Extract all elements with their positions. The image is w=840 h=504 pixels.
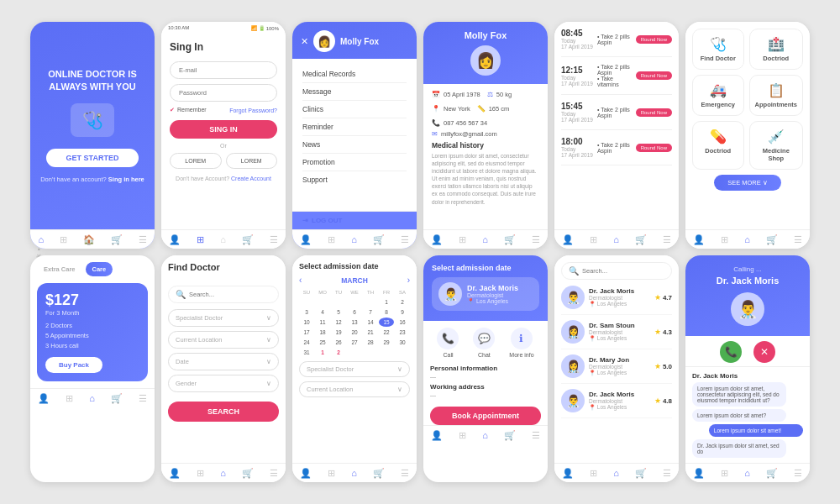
nav-person4-icon[interactable]: 👤 xyxy=(431,234,443,245)
nav-p5-2[interactable]: ⊞ xyxy=(590,234,597,245)
lorem2-button[interactable]: LOREM xyxy=(226,153,278,169)
round-now-1[interactable]: Round Now xyxy=(636,35,672,44)
cal-location-filter[interactable]: Current Location ∨ xyxy=(299,381,410,397)
round-now-2[interactable]: Round Now xyxy=(636,71,672,80)
nav-grid4-icon[interactable]: ⊞ xyxy=(459,234,466,245)
cal-day-30[interactable]: 30 xyxy=(395,338,410,347)
forgot-link[interactable]: Forgot Password? xyxy=(229,108,277,113)
nav-p12-4[interactable]: 🛒 xyxy=(766,468,778,479)
nav-p11-4[interactable]: 🛒 xyxy=(635,468,647,479)
nav-home4-icon[interactable]: ⌂ xyxy=(482,234,488,245)
nav-p8-4[interactable]: 🛒 xyxy=(242,468,254,479)
cal-day-13[interactable]: 13 xyxy=(347,318,362,327)
cal-day-10[interactable]: 10 xyxy=(299,318,314,327)
cal-day-15[interactable]: 15 xyxy=(379,318,394,327)
tab-extra-care[interactable]: Extra Care xyxy=(37,262,82,276)
cal-day-18[interactable]: 18 xyxy=(315,328,330,337)
nav-p9-3[interactable]: ⌂ xyxy=(351,468,357,479)
cal-day-26[interactable]: 26 xyxy=(331,338,346,347)
nav-home2-icon[interactable]: ⌂ xyxy=(220,234,226,245)
chat-action[interactable]: 💬 Chat xyxy=(473,328,495,358)
nav-p12-2[interactable]: ⊞ xyxy=(721,468,728,479)
nav-p8-3[interactable]: ⌂ xyxy=(220,468,226,479)
nav-p11-1[interactable]: 👤 xyxy=(562,468,574,479)
cal-day-24[interactable]: 24 xyxy=(299,338,314,347)
call-action[interactable]: 📞 Call xyxy=(437,328,459,358)
nav-p11-2[interactable]: ⊞ xyxy=(590,468,597,479)
specialist-doctor-filter[interactable]: Specialist Doctor ∨ xyxy=(168,309,279,327)
round-now-3[interactable]: Round Now xyxy=(636,108,672,117)
nav-p12-1[interactable]: 👤 xyxy=(693,468,705,479)
doctor-list-search-input[interactable] xyxy=(582,267,664,275)
cal-day-21[interactable]: 21 xyxy=(363,328,378,337)
nav-p8-1[interactable]: 👤 xyxy=(169,468,181,479)
email-input[interactable] xyxy=(170,61,277,79)
cal-day-2[interactable]: 2 xyxy=(395,297,410,307)
round-now-4[interactable]: Round Now xyxy=(636,144,672,152)
cal-day-31[interactable]: 31 xyxy=(299,348,314,357)
accept-call-button[interactable]: 📞 xyxy=(720,341,742,363)
nav-p6-4[interactable]: 🛒 xyxy=(766,234,778,245)
see-more-button[interactable]: SEE MORE ∨ xyxy=(714,175,781,191)
nav-p6-1[interactable]: 👤 xyxy=(693,234,705,245)
get-started-button[interactable]: GET STARTED xyxy=(46,149,139,167)
nav-p5-5[interactable]: ☰ xyxy=(663,234,671,245)
nav-menu-icon[interactable]: ☰ xyxy=(139,234,147,245)
nav-grid-icon[interactable]: ⊞ xyxy=(60,234,67,245)
nav-menu2-icon[interactable]: ☰ xyxy=(270,234,278,245)
nav-menu4-icon[interactable]: ☰ xyxy=(532,234,540,245)
signin-button[interactable]: SING IN xyxy=(170,120,277,139)
nav-cart4-icon[interactable]: 🛒 xyxy=(504,234,516,245)
dash-find-doctor[interactable]: 🩺 Find Doctor xyxy=(692,29,744,70)
nav-person3-icon[interactable]: 👤 xyxy=(300,234,312,245)
nav-p7-5[interactable]: ☰ xyxy=(139,393,147,404)
cal-day-16[interactable]: 16 xyxy=(395,318,410,327)
nav-p12-3[interactable]: ⌂ xyxy=(744,468,750,479)
nav-p9-5[interactable]: ☰ xyxy=(401,468,409,479)
nav-p9-1[interactable]: 👤 xyxy=(300,468,312,479)
sing-here-link[interactable]: Sing in here xyxy=(108,176,144,183)
nav-p7-4[interactable]: 🛒 xyxy=(111,393,123,404)
cal-day-22[interactable]: 22 xyxy=(379,328,394,337)
cal-day-5[interactable]: 5 xyxy=(331,307,346,317)
date-filter[interactable]: Date ∨ xyxy=(168,353,279,370)
nav-p5-3[interactable]: ⌂ xyxy=(613,234,619,245)
cal-next-icon[interactable]: › xyxy=(407,276,410,285)
menu-item-promotion[interactable]: Promotion xyxy=(302,154,407,171)
dash-medicine[interactable]: 💉 Medicine Shop xyxy=(749,121,803,170)
dash-emergency[interactable]: 🚑 Emergency xyxy=(692,75,744,116)
cal-day-next2[interactable]: 2 xyxy=(331,348,346,357)
nav-p10-1[interactable]: 👤 xyxy=(431,430,443,441)
cal-day-20[interactable]: 20 xyxy=(347,328,362,337)
nav-home-icon[interactable]: ⌂ xyxy=(38,234,44,245)
nav-p10-4[interactable]: 🛒 xyxy=(504,430,516,441)
doctor-list-item-2[interactable]: 👩‍⚕️ Dr. Sam Stoun Dermatologist 📍 Los A… xyxy=(561,320,672,349)
buy-pack-button[interactable]: Buy Pack xyxy=(45,357,102,373)
find-doctor-search-input[interactable] xyxy=(189,291,271,298)
more-info-action[interactable]: ℹ More info xyxy=(509,328,533,358)
nav-p7-3[interactable]: ⌂ xyxy=(89,393,95,404)
location-filter[interactable]: Current Location ∨ xyxy=(168,331,279,349)
nav-p10-3[interactable]: ⌂ xyxy=(482,430,488,441)
dash-doctriod[interactable]: 🏥 Doctriod xyxy=(749,29,803,70)
menu-item-reminder[interactable]: Reminder xyxy=(302,118,407,136)
password-input[interactable] xyxy=(170,84,277,102)
nav-p12-5[interactable]: ☰ xyxy=(794,468,802,479)
decline-call-button[interactable]: ✕ xyxy=(753,341,775,363)
cal-day-27[interactable]: 27 xyxy=(347,338,362,347)
cal-day-12[interactable]: 12 xyxy=(331,318,346,327)
nav-menu3-icon[interactable]: ☰ xyxy=(401,234,409,245)
cal-day-9[interactable]: 9 xyxy=(395,307,410,317)
nav-p9-4[interactable]: 🛒 xyxy=(373,468,385,479)
nav-p9-2[interactable]: ⊞ xyxy=(328,468,335,479)
cal-day-17[interactable]: 17 xyxy=(299,328,314,337)
nav-grid3-icon[interactable]: ⊞ xyxy=(328,234,335,245)
cal-day-25[interactable]: 25 xyxy=(315,338,330,347)
search-button[interactable]: SEARCH xyxy=(168,402,279,422)
menu-item-message[interactable]: Message xyxy=(302,83,407,101)
gender-filter[interactable]: Gender ∨ xyxy=(168,375,279,392)
tab-care[interactable]: Care xyxy=(86,262,113,276)
dash-appointments[interactable]: 📋 Appointments xyxy=(749,75,803,116)
nav-p7-1[interactable]: 👤 xyxy=(38,393,50,404)
nav-p10-2[interactable]: ⊞ xyxy=(459,430,466,441)
